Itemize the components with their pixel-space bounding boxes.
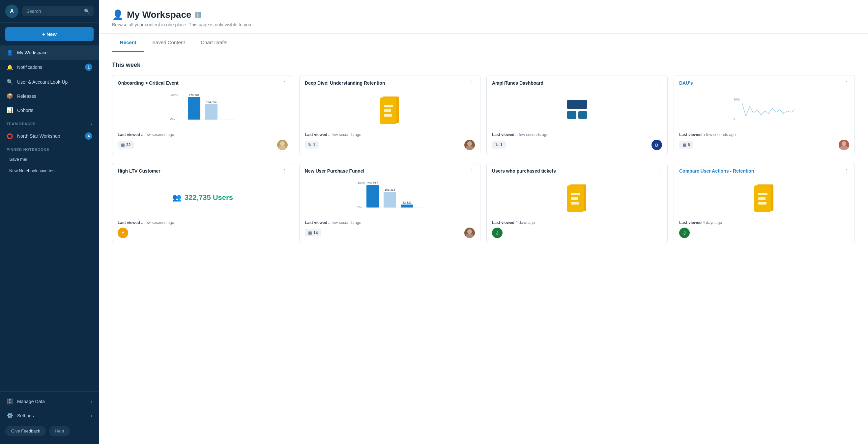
bottom-item-settings[interactable]: ⚙️ Settings ›	[0, 408, 99, 422]
tab-chart-drafts[interactable]: Chart Drafts	[193, 34, 235, 52]
nav-label-releases: Releases	[17, 94, 36, 99]
pinned-notebooks-header: PINNED NOTEBOOKS	[0, 144, 99, 154]
svg-point-15	[467, 141, 472, 146]
card-footer-new-user-purchase: Last viewed a few seconds ago ▦ 14	[300, 217, 480, 243]
card-new-user-purchase[interactable]: New User Purchase Funnel ⋮ 100% 0% 232,2…	[299, 163, 480, 243]
nav-icon-releases: 📦	[7, 93, 13, 99]
page-title-row: 👤 My Workspace ℹ️	[112, 9, 855, 20]
svg-point-8	[280, 141, 285, 146]
last-viewed-amplitunes-dashboard: Last viewed a few seconds ago	[492, 132, 662, 137]
arrow-icon-manage-data: ›	[91, 399, 92, 404]
svg-text:0%: 0%	[358, 205, 362, 209]
app-logo[interactable]: A	[5, 5, 19, 18]
svg-rect-30	[367, 185, 379, 208]
this-week-label: This week	[112, 62, 855, 68]
cards-row1: Onboarding > Critical Event ⋮ 100% 0% 27…	[112, 75, 855, 155]
card-compare-user-actions[interactable]: Compare User Actions - Retention ⋮ Last …	[674, 163, 855, 243]
card-meta-onboarding-critical: ▦ 32	[118, 140, 288, 150]
card-title-deep-dive-retention: Deep Dive: Understanding Retention	[305, 80, 466, 86]
card-chart-high-ltv: 👥 322,735 Users	[112, 179, 293, 217]
card-onboarding-critical[interactable]: Onboarding > Critical Event ⋮ 100% 0% 27…	[112, 75, 293, 155]
sidebar-item-notifications[interactable]: 🔔 Notifications 1	[0, 60, 99, 75]
svg-point-16	[466, 146, 473, 150]
nav-icon-user-account: 🔍	[7, 79, 13, 85]
badge-count: 32	[126, 142, 130, 147]
card-title-daus: DAU's	[679, 80, 841, 86]
badge-icon: ↻	[495, 142, 499, 147]
sidebar-nav: 👤 My Workspace 🔔 Notifications 1 🔍 User …	[0, 45, 99, 391]
svg-text:194,054: 194,054	[206, 100, 217, 104]
new-button[interactable]: + New	[5, 27, 94, 41]
bottom-label-settings: Settings	[17, 413, 34, 418]
nav-icon-notifications: 🔔	[7, 64, 13, 70]
nav-badge-notifications: 1	[85, 64, 92, 71]
pinned-item-new-notebook[interactable]: New Notebook save test	[0, 165, 99, 177]
svg-text:163,318: 163,318	[384, 188, 396, 191]
card-menu-deep-dive-retention[interactable]: ⋮	[469, 80, 475, 87]
sidebar-bottom: 🗄️ Manage Data › ⚙️ Settings › Give Feed…	[0, 391, 99, 444]
last-viewed-label: Last viewed	[118, 132, 140, 137]
card-chart-daus: 200k 0	[674, 91, 855, 129]
avatar: D	[651, 140, 662, 150]
card-chart-deep-dive-retention	[300, 91, 480, 129]
svg-point-36	[467, 229, 472, 234]
card-title-compare-user-actions: Compare User Actions - Retention	[679, 168, 841, 174]
badge-icon: ▦	[121, 142, 125, 147]
info-icon[interactable]: ℹ️	[195, 11, 202, 18]
avatar: J	[679, 228, 690, 238]
team-space-label-north-star: North Star Workshop	[17, 133, 60, 139]
search-bar[interactable]: Search 🔍	[23, 6, 94, 16]
svg-rect-13	[384, 109, 391, 112]
card-meta-new-user-purchase: ▦ 14	[305, 228, 475, 238]
tab-recent[interactable]: Recent	[112, 34, 144, 52]
sidebar-item-cohorts[interactable]: 📊 Cohorts	[0, 103, 99, 117]
search-label: Search	[26, 8, 41, 14]
sidebar-item-user-account[interactable]: 🔍 User & Account Look-Up	[0, 75, 99, 89]
card-meta-amplitunes-dashboard: ↻ 1 D	[492, 140, 662, 150]
last-viewed-label: Last viewed	[679, 132, 702, 137]
card-users-purchased-tickets[interactable]: Users who purchased tickets ⋮ Last viewe…	[486, 163, 668, 243]
bottom-item-manage-data[interactable]: 🗄️ Manage Data ›	[0, 394, 99, 408]
tabs-row: RecentSaved ContentChart Drafts	[99, 34, 868, 52]
card-menu-users-purchased-tickets[interactable]: ⋮	[656, 168, 662, 175]
card-header-new-user-purchase: New User Purchase Funnel ⋮	[300, 163, 480, 179]
card-menu-compare-user-actions[interactable]: ⋮	[843, 168, 849, 175]
card-title-high-ltv: High LTV Customer	[118, 168, 279, 174]
help-button[interactable]: Help	[49, 426, 70, 436]
card-menu-daus[interactable]: ⋮	[843, 80, 849, 87]
page-subtitle: Browse all your content in one place. Th…	[112, 22, 855, 27]
avatar	[464, 228, 475, 238]
team-spaces-expand-icon[interactable]: ›	[90, 121, 92, 126]
card-menu-onboarding-critical[interactable]: ⋮	[282, 80, 288, 87]
card-menu-new-user-purchase[interactable]: ⋮	[469, 168, 475, 175]
badge-count: 1	[313, 142, 315, 147]
card-chart-onboarding-critical: 100% 0% 278,261194,054	[112, 91, 293, 129]
team-space-item-north-star[interactable]: ⭕ North Star Workshop 4	[0, 128, 99, 144]
card-daus[interactable]: DAU's ⋮ 200k 0 Last viewed a few seconds…	[674, 75, 855, 155]
feedback-button[interactable]: Give Feedback	[5, 426, 46, 436]
card-meta-deep-dive-retention: ↻ 1	[305, 140, 475, 150]
card-menu-high-ltv[interactable]: ⋮	[282, 168, 288, 175]
svg-text:232,212: 232,212	[367, 182, 378, 185]
svg-rect-6	[205, 104, 217, 120]
pinned-item-save-me[interactable]: Save me!	[0, 154, 99, 165]
sidebar-item-my-workspace[interactable]: 👤 My Workspace	[0, 45, 99, 60]
sidebar-header: A Search 🔍	[0, 0, 99, 23]
tab-saved-content[interactable]: Saved Content	[144, 34, 193, 52]
avatar: J	[492, 228, 502, 238]
sidebar-item-releases[interactable]: 📦 Releases	[0, 89, 99, 103]
last-viewed-daus: Last viewed a few seconds ago	[679, 132, 849, 137]
card-amplitunes-dashboard[interactable]: AmpliTunes Dashboard ⋮ Last viewed a few…	[486, 75, 668, 155]
card-footer-compare-user-actions: Last viewed 4 days ago J	[674, 217, 855, 243]
last-viewed-label: Last viewed	[679, 220, 702, 225]
card-badge: ↻ 1	[305, 141, 319, 149]
card-deep-dive-retention[interactable]: Deep Dive: Understanding Retention ⋮ Las…	[299, 75, 480, 155]
card-footer-users-purchased-tickets: Last viewed 4 days ago J	[487, 217, 667, 243]
last-viewed-high-ltv: Last viewed a few seconds ago	[118, 220, 288, 225]
card-menu-amplitunes-dashboard[interactable]: ⋮	[656, 80, 662, 87]
svg-text:0: 0	[734, 117, 735, 120]
page-title-icon: 👤	[112, 9, 124, 20]
last-viewed-new-user-purchase: Last viewed a few seconds ago	[305, 220, 475, 225]
card-title-amplitunes-dashboard: AmpliTunes Dashboard	[492, 80, 653, 86]
card-high-ltv[interactable]: High LTV Customer ⋮ 👥 322,735 Users Last…	[112, 163, 293, 243]
